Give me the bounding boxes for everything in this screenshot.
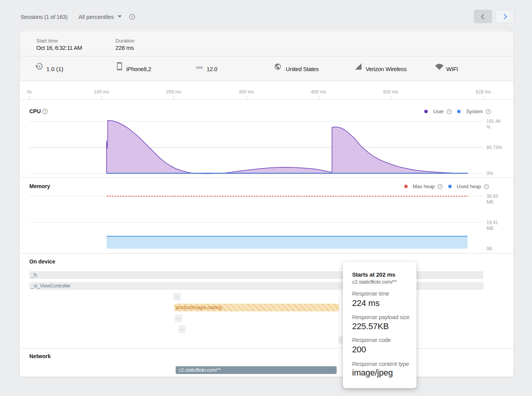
svg-text:v: v [39, 64, 41, 68]
svg-text:?: ? [131, 15, 133, 19]
